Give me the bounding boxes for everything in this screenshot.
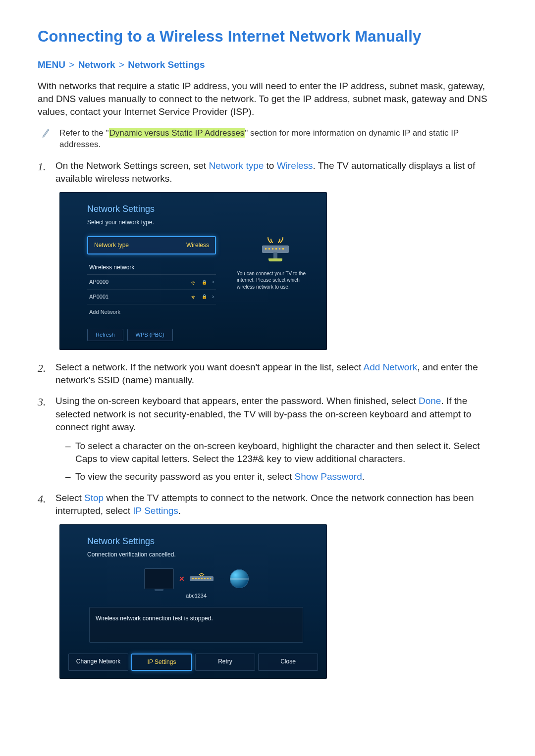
chevron-right-icon: > bbox=[119, 59, 124, 70]
chevron-right-icon: > bbox=[69, 59, 74, 70]
wireless-network-header: Wireless network bbox=[87, 263, 216, 275]
step-3-sub-1: To select a character on the on-screen k… bbox=[65, 440, 497, 465]
status-message: Wireless network connection test is stop… bbox=[89, 607, 303, 643]
panel-subtitle: Connection verification cancelled. bbox=[87, 551, 305, 559]
lock-icon: 🔒 bbox=[202, 294, 207, 300]
panel-title: Network Settings bbox=[87, 203, 305, 215]
network-type-value: Wireless bbox=[186, 241, 209, 250]
step-3: Using the on-screen keyboard that appear… bbox=[38, 395, 497, 483]
page-title: Connecting to a Wireless Internet Networ… bbox=[38, 28, 497, 46]
step-1: On the Network Settings screen, set Netw… bbox=[38, 159, 497, 350]
step-4: Select Stop when the TV attempts to conn… bbox=[38, 492, 497, 679]
x-fail-icon: ✕ bbox=[179, 574, 185, 584]
wifi-network-item[interactable]: AP0001 🔒 › bbox=[87, 290, 216, 304]
network-type-selector[interactable]: Network type Wireless bbox=[87, 236, 216, 254]
breadcrumb: MENU > Network > Network Settings bbox=[38, 59, 497, 70]
step-3-sub-2: To view the security password as you ent… bbox=[65, 470, 497, 483]
step-2: Select a network. If the network you wan… bbox=[38, 361, 497, 387]
router-icon bbox=[190, 571, 214, 586]
kw-add-network: Add Network bbox=[363, 362, 417, 372]
tv-icon bbox=[144, 568, 174, 589]
note-link[interactable]: Dynamic versus Static IP Addresses bbox=[109, 128, 245, 138]
router-illustration bbox=[236, 237, 315, 265]
wps-pbc-button[interactable]: WPS (PBC) bbox=[127, 329, 173, 341]
breadcrumb-network-settings[interactable]: Network Settings bbox=[128, 59, 205, 70]
screenshot-network-settings-list: Network Settings Select your network typ… bbox=[59, 192, 327, 350]
breadcrumb-menu[interactable]: MENU bbox=[38, 59, 65, 70]
kw-done: Done bbox=[419, 396, 441, 406]
wifi-network-item[interactable]: AP0000 🔒 › bbox=[87, 275, 216, 290]
kw-ip-settings: IP Settings bbox=[133, 505, 178, 516]
pencil-note-icon bbox=[42, 128, 50, 138]
screenshot-connection-cancelled: Network Settings Connection verification… bbox=[59, 524, 327, 679]
chevron-right-icon: › bbox=[212, 278, 214, 286]
kw-network-type: Network type bbox=[209, 160, 264, 171]
help-text: You can connect your TV to the internet.… bbox=[236, 270, 315, 291]
wifi-ssid: AP0000 bbox=[89, 278, 108, 286]
network-type-label: Network type bbox=[94, 241, 129, 250]
wifi-ssid: AP0001 bbox=[89, 293, 108, 301]
note-text: Refer to the "Dynamic versus Static IP A… bbox=[59, 128, 497, 151]
connection-diagram: ✕ — bbox=[87, 568, 305, 589]
add-network-item[interactable]: Add Network bbox=[87, 304, 216, 318]
wifi-signal-icon bbox=[190, 279, 197, 286]
kw-show-password: Show Password bbox=[294, 471, 362, 482]
connected-ssid: abc1234 bbox=[87, 592, 305, 600]
wifi-signal-icon bbox=[190, 293, 197, 300]
panel-subtitle: Select your network type. bbox=[87, 218, 305, 227]
panel-title: Network Settings bbox=[87, 535, 305, 548]
intro-text: With networks that require a static IP a… bbox=[38, 80, 497, 119]
kw-stop: Stop bbox=[84, 493, 104, 503]
breadcrumb-network[interactable]: Network bbox=[78, 59, 115, 70]
ip-settings-button[interactable]: IP Settings bbox=[131, 654, 192, 671]
kw-wireless: Wireless bbox=[277, 160, 313, 171]
globe-icon bbox=[230, 569, 249, 588]
refresh-button[interactable]: Refresh bbox=[87, 329, 123, 341]
retry-button[interactable]: Retry bbox=[195, 654, 255, 671]
change-network-button[interactable]: Change Network bbox=[68, 654, 128, 671]
close-button[interactable]: Close bbox=[258, 654, 318, 671]
chevron-right-icon: › bbox=[212, 293, 214, 301]
lock-icon: 🔒 bbox=[202, 279, 207, 285]
